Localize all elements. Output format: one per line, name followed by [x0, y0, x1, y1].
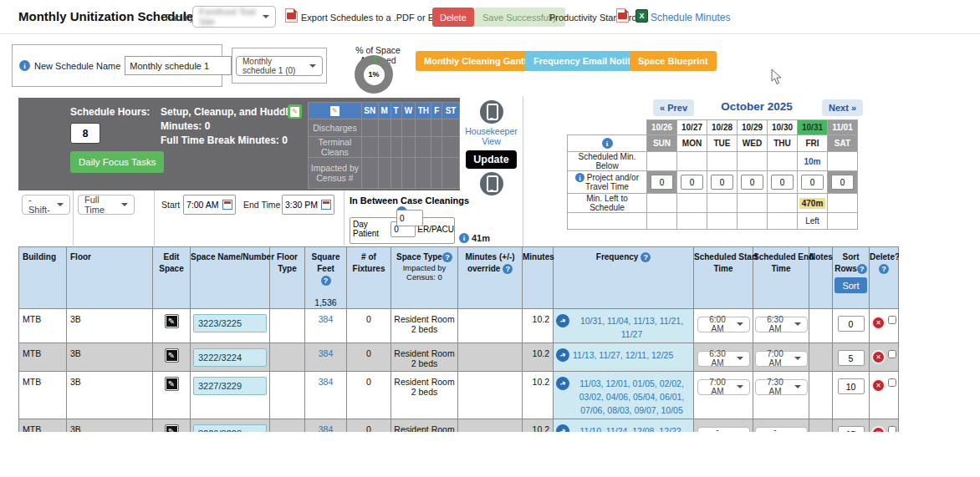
start-time-select[interactable]: 7:00 AM — [697, 379, 750, 395]
sort-order-input[interactable] — [838, 426, 865, 432]
shift-cell: -Shift- — [18, 190, 74, 246]
shift-select-value: -Shift- — [28, 195, 52, 215]
start-time-option: 6:00 AM — [704, 315, 732, 333]
schedule-select[interactable]: Monthly schedule 1 (0) — [236, 56, 323, 76]
info-icon[interactable]: i — [575, 173, 584, 182]
sort-order-input[interactable] — [838, 378, 865, 394]
phone-icon[interactable] — [480, 100, 503, 124]
travel-time-input[interactable] — [741, 175, 763, 190]
calendar-icon[interactable] — [321, 200, 331, 210]
frequency-arrow-icon[interactable]: ➜ — [554, 375, 572, 393]
help-icon[interactable]: ? — [321, 276, 331, 286]
space-name-input[interactable] — [193, 424, 267, 432]
delete-checkbox[interactable] — [888, 316, 896, 324]
square-feet-link[interactable]: 384 — [319, 424, 334, 432]
weekly-cell — [416, 137, 431, 158]
calendar-icon[interactable] — [222, 200, 232, 210]
start-time-select[interactable]: -Select- — [697, 427, 750, 433]
travel-time-input[interactable] — [651, 175, 673, 190]
end-time-select[interactable]: 7:00 AM — [755, 351, 808, 367]
cell-delete: ✕ — [870, 309, 899, 343]
update-button[interactable]: Update — [466, 150, 516, 169]
end-time-select[interactable]: -Select- — [755, 427, 808, 433]
sort-order-input[interactable] — [838, 350, 865, 366]
employment-type-select[interactable]: Full Time — [78, 195, 135, 215]
sort-button[interactable]: Sort — [835, 277, 866, 293]
sort-order-input[interactable] — [838, 316, 865, 332]
weekly-edit-header[interactable]: ✎ — [309, 103, 362, 119]
delete-checkbox[interactable] — [888, 378, 896, 387]
frequency-arrow-icon[interactable]: ➜ — [554, 347, 572, 364]
phone-icon[interactable] — [480, 172, 503, 195]
daily-focus-tasks-button[interactable]: Daily Focus Tasks — [70, 151, 164, 173]
travel-time-input[interactable] — [711, 175, 733, 190]
cell-notes — [809, 372, 833, 419]
travel-time-input[interactable] — [831, 175, 854, 190]
info-icon[interactable]: i — [19, 60, 30, 71]
space-name-input[interactable] — [193, 377, 267, 395]
facility-select[interactable]: Forefront Test Site — [192, 6, 276, 28]
er-pacu-input[interactable] — [396, 210, 423, 226]
info-icon[interactable]: i — [602, 138, 613, 149]
frequency-arrow-icon[interactable]: ➜ — [554, 312, 572, 330]
travel-time-input[interactable] — [801, 175, 824, 190]
cell-sqft: 384 — [305, 343, 347, 372]
frequency-dates[interactable]: 11/13, 11/27, 12/11, 12/25 — [573, 348, 673, 362]
housekeeper-view-link[interactable]: Housekeeper View — [460, 126, 523, 146]
excel-icon[interactable]: X — [635, 9, 648, 23]
delete-row-icon[interactable]: ✕ — [871, 378, 886, 393]
travel-time-input[interactable] — [771, 175, 794, 190]
left-cell: Left — [798, 213, 828, 230]
start-time-select[interactable]: 6:30 AM — [697, 351, 750, 367]
delete-checkbox[interactable] — [888, 350, 896, 358]
space-blueprint-button[interactable]: Space Blueprint — [630, 51, 717, 71]
weekly-day-header: M — [378, 103, 390, 119]
end-time-select[interactable]: 7:30 AM — [755, 379, 808, 395]
delete-row-icon[interactable]: ✕ — [871, 316, 886, 330]
help-icon[interactable]: ? — [857, 264, 867, 274]
square-feet-link[interactable]: 384 — [319, 377, 334, 387]
delete-row-icon[interactable]: ✕ — [871, 350, 886, 364]
frequency-dates[interactable]: 11/10, 11/24, 12/08, 12/22, 01/05 — [573, 424, 691, 432]
calendar-next-button[interactable]: Next » — [822, 99, 863, 116]
shift-select[interactable]: -Shift- — [22, 195, 70, 215]
cell-space — [191, 419, 270, 433]
cell-floor-type — [270, 419, 305, 433]
edit-space-icon[interactable]: ✎ — [165, 348, 179, 363]
help-icon[interactable]: ? — [641, 252, 651, 262]
edit-notes-button[interactable]: ✎ — [288, 104, 302, 119]
frequency-dates[interactable]: 10/31, 11/04, 11/13, 11/21, 11/27 — [573, 314, 691, 341]
help-icon[interactable]: ? — [503, 264, 513, 274]
weekly-cell — [442, 158, 460, 189]
pdf-icon[interactable] — [616, 8, 629, 23]
help-icon[interactable]: ? — [442, 252, 452, 262]
square-feet-total: 1,536 — [305, 297, 346, 308]
square-feet-link[interactable]: 384 — [319, 314, 334, 324]
new-schedule-name-input[interactable] — [125, 56, 232, 75]
schedule-hours-input[interactable] — [70, 123, 100, 144]
space-name-input[interactable] — [193, 314, 267, 332]
edit-space-icon[interactable]: ✎ — [165, 424, 179, 432]
end-time-input[interactable]: 3:30 PM — [282, 195, 334, 215]
end-time-select[interactable]: 6:30 AM — [755, 317, 808, 332]
frequency-arrow-icon[interactable]: ➜ — [554, 423, 572, 432]
delete-row-icon[interactable]: ✕ — [871, 426, 886, 432]
delete-checkbox[interactable] — [888, 426, 896, 432]
schedule-minutes-link[interactable]: Schedule Minutes — [651, 12, 730, 23]
col-sort-rows: Sort Rows? Sort — [833, 247, 870, 309]
table-row: MTB 3B ✎ 384 0 Resident Room 2 beds 10.2… — [19, 309, 899, 343]
cell-building: MTB — [19, 372, 67, 419]
square-feet-link[interactable]: 384 — [319, 348, 334, 358]
edit-space-icon[interactable]: ✎ — [165, 377, 179, 391]
start-time-select[interactable]: 6:00 AM — [697, 317, 750, 332]
help-icon[interactable]: ? — [879, 264, 889, 274]
calendar-prev-button[interactable]: « Prev — [653, 99, 694, 116]
edit-space-icon[interactable]: ✎ — [165, 314, 179, 328]
delete-button[interactable]: Delete — [432, 8, 474, 27]
scheduled-min-label: Scheduled Min. Below — [568, 152, 647, 171]
space-name-input[interactable] — [193, 348, 267, 367]
travel-time-input[interactable] — [681, 175, 703, 190]
frequency-dates[interactable]: 11/03, 12/01, 01/05, 02/02, 03/02, 04/06… — [573, 377, 691, 417]
start-time-input[interactable]: 7:00 AM — [183, 195, 236, 215]
cell-space — [191, 343, 270, 372]
